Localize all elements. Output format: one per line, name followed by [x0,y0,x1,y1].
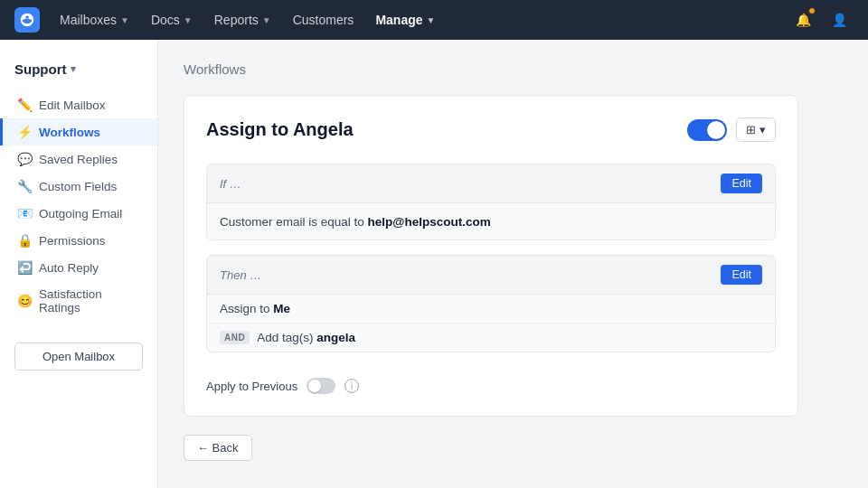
chevron-down-icon: ▼ [427,15,436,25]
assign-text: Assign to Me [220,302,290,315]
if-section-body: Customer email is equal to help@helpscou… [207,203,775,239]
saved-replies-icon: 💬 [17,152,32,166]
back-button[interactable]: ← Back [184,435,252,461]
main-content: Workflows Assign to Angela ⊞ ▾ I [158,40,868,488]
copy-icon: ⊞ [746,123,756,136]
custom-fields-icon: 🔧 [17,179,32,193]
nav-docs[interactable]: Docs ▼ [142,7,202,33]
logo[interactable] [14,7,40,33]
sidebar-item-permissions[interactable]: 🔒 Permissions [0,227,157,254]
toggle-knob [707,121,725,139]
sidebar-item-auto-reply[interactable]: ↩️ Auto Reply [0,254,157,281]
breadcrumb: Workflows [184,61,843,77]
notification-badge [808,7,816,14]
sidebar-item-outgoing-email[interactable]: 📧 Outgoing Email [0,200,157,227]
auto-reply-icon: ↩️ [17,260,32,275]
workflow-actions: ⊞ ▾ [687,117,776,142]
nav-manage[interactable]: Manage ▼ [366,7,444,33]
chevron-down-icon: ▾ [71,63,76,75]
chevron-down-icon: ▾ [760,123,766,136]
chevron-down-icon: ▼ [120,15,129,25]
workflow-card: Assign to Angela ⊞ ▾ If … Edit [184,95,798,417]
then-label: Then … [220,268,261,282]
info-icon[interactable]: i [344,379,359,393]
then-edit-button[interactable]: Edit [721,265,762,285]
nav-customers[interactable]: Customers [284,7,363,33]
nav-mailboxes[interactable]: Mailboxes ▼ [51,7,138,33]
sidebar: Support ▾ ✏️ Edit Mailbox ⚡ Workflows 💬 … [0,40,158,488]
edit-icon: ✏️ [17,98,32,112]
open-mailbox-button[interactable]: Open Mailbox [14,343,143,371]
sidebar-item-workflows[interactable]: ⚡ Workflows [0,118,157,145]
then-section-header: Then … Edit [207,256,775,295]
workflow-title: Assign to Angela [206,119,354,140]
chevron-down-icon: ▼ [262,15,271,25]
notifications-button[interactable]: 🔔 [788,5,817,34]
mini-toggle-knob [308,380,321,392]
account-button[interactable]: 👤 [825,5,854,34]
sidebar-item-saved-replies[interactable]: 💬 Saved Replies [0,145,157,173]
sidebar-item-edit-mailbox[interactable]: ✏️ Edit Mailbox [0,91,157,118]
apply-to-previous-row: Apply to Previous i [206,367,776,394]
sidebar-item-satisfaction-ratings[interactable]: 😊 Satisfaction Ratings [0,281,157,321]
sidebar-item-custom-fields[interactable]: 🔧 Custom Fields [0,173,157,200]
tag-text: Add tag(s) angela [257,331,355,344]
if-edit-button[interactable]: Edit [721,174,762,193]
then-section: Then … Edit Assign to Me AND Add tag(s) … [206,255,776,352]
sidebar-header[interactable]: Support ▾ [0,54,157,91]
satisfaction-icon: 😊 [17,294,32,308]
sidebar-bottom: Open Mailbox [0,328,157,385]
layout: Support ▾ ✏️ Edit Mailbox ⚡ Workflows 💬 … [0,40,868,488]
if-section: If … Edit Customer email is equal to hel… [206,164,776,240]
if-section-header: If … Edit [207,164,775,203]
action-tag-row: AND Add tag(s) angela [207,324,775,352]
outgoing-email-icon: 📧 [17,206,32,221]
workflow-header: Assign to Angela ⊞ ▾ [206,117,776,142]
and-badge: AND [220,331,250,344]
apply-to-previous-toggle[interactable] [307,378,335,394]
workflow-icon: ⚡ [17,125,32,139]
nav-icons: 🔔 👤 [788,5,854,34]
top-nav: Mailboxes ▼ Docs ▼ Reports ▼ Customers M… [0,0,868,40]
workflow-toggle[interactable] [687,119,727,141]
chevron-down-icon: ▼ [184,15,193,25]
action-assign-row: Assign to Me [207,295,775,324]
nav-reports[interactable]: Reports ▼ [205,7,280,33]
condition-text: Customer email is equal to help@helpscou… [220,215,491,229]
apply-to-previous-label: Apply to Previous [206,380,297,393]
bell-icon: 🔔 [796,13,811,27]
permissions-icon: 🔒 [17,233,32,248]
if-label: If … [220,177,241,191]
user-icon: 👤 [832,13,847,27]
copy-button[interactable]: ⊞ ▾ [736,117,776,142]
